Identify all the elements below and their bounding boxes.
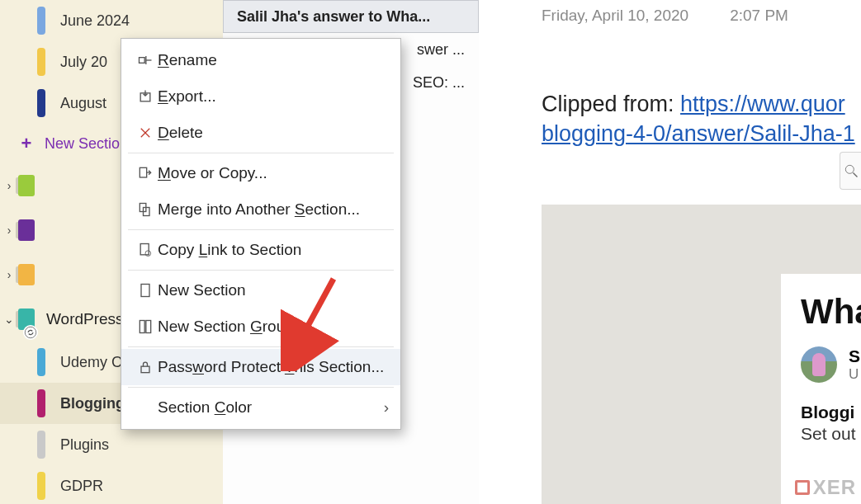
lock-icon [133, 359, 158, 375]
avatar [801, 346, 837, 383]
svg-rect-14 [141, 285, 149, 297]
notebook-icon [18, 175, 35, 196]
author-initial: S [849, 346, 860, 366]
menu-new-section-group[interactable]: New Section Group [121, 309, 400, 345]
menu-separator [128, 270, 394, 271]
page-title: Salil Jha's answer to Wha... [237, 8, 430, 26]
embedded-card: Wha S U Bloggi Set out [542, 205, 861, 504]
notebook-icon [18, 219, 35, 241]
delete-icon [133, 125, 158, 140]
section-color-chip [37, 48, 45, 76]
section-label: July 20 [60, 54, 107, 71]
note-meta: Friday, April 10, 2020 2:07 PM [542, 0, 861, 25]
page-title: SEO: ... [413, 74, 465, 92]
watermark: XER [795, 476, 856, 499]
svg-rect-12 [140, 244, 149, 255]
card-author: S U [801, 346, 861, 383]
section-label: June 2024 [60, 12, 130, 30]
section-color-chip [37, 389, 45, 417]
sync-icon [23, 325, 38, 340]
search-icon [843, 163, 859, 179]
menu-new-section[interactable]: New Section [121, 272, 400, 309]
section-label: August [60, 95, 106, 112]
svg-rect-9 [140, 167, 146, 177]
svg-point-1 [845, 165, 854, 173]
move-icon [133, 165, 158, 181]
menu-section-color[interactable]: Section Color › [121, 389, 400, 426]
search-button[interactable] [840, 152, 861, 190]
svg-point-0 [25, 327, 36, 338]
section-color-chip [37, 472, 45, 500]
page-title: swer ... [417, 41, 465, 59]
card-body: Wha S U Bloggi Set out [781, 274, 861, 504]
menu-delete[interactable]: Delete [121, 115, 400, 151]
notebook-label: WordPress [46, 310, 124, 328]
section-label: Plugins [60, 436, 109, 454]
menu-rename[interactable]: Rename [121, 42, 400, 78]
card-bold-line: Bloggi [801, 403, 861, 422]
section-color-chip [37, 431, 45, 459]
card-title: Wha [801, 292, 861, 332]
svg-rect-17 [141, 366, 149, 373]
new-section-icon [133, 282, 158, 299]
menu-separator [128, 229, 394, 230]
menu-move-copy[interactable]: Move or Copy... [121, 155, 400, 191]
section-color-chip [37, 348, 45, 376]
section-label: GDPR [60, 478, 103, 495]
clipped-label: Clipped from: [542, 92, 680, 116]
note-time: 2:07 PM [730, 7, 788, 25]
section-plugins[interactable]: Plugins [0, 424, 223, 465]
menu-separator [128, 153, 394, 153]
page-item[interactable]: Salil Jha's answer to Wha... [223, 0, 479, 33]
menu-export[interactable]: Export... [121, 78, 400, 115]
notebook-icon [18, 264, 35, 285]
clipped-link[interactable]: blogging-4-0/answer/Salil-Jha-1 [542, 121, 855, 146]
card-text-line: Set out [801, 424, 861, 444]
merge-icon [133, 201, 158, 218]
rename-icon [133, 52, 158, 68]
plus-icon: + [18, 133, 35, 154]
menu-password-protect[interactable]: Password Protect This Section... [121, 349, 400, 385]
menu-separator [128, 346, 394, 347]
menu-merge[interactable]: Merge into Another Section... [121, 191, 400, 228]
author-sub: U [849, 366, 860, 383]
menu-copy-link[interactable]: Copy Link to Section [121, 232, 400, 268]
svg-rect-16 [146, 321, 151, 333]
export-icon [133, 88, 158, 105]
svg-rect-3 [140, 58, 145, 64]
link-icon [133, 242, 158, 258]
svg-line-2 [853, 173, 857, 177]
section-gdpr[interactable]: GDPR [0, 465, 223, 504]
new-section-label: New Sectio [45, 135, 120, 153]
chevron-right-icon: › [384, 398, 389, 417]
section-color-chip [37, 7, 45, 35]
menu-separator [128, 387, 394, 388]
note-date: Friday, April 10, 2020 [542, 7, 688, 25]
section-color-chip [37, 89, 45, 117]
clipped-from: Clipped from: https://www.quor blogging-… [542, 89, 861, 149]
section-june-2024[interactable]: June 2024 [0, 0, 223, 41]
svg-rect-15 [140, 321, 144, 333]
clipped-link[interactable]: https://www.quor [680, 92, 845, 116]
section-group-icon [133, 318, 158, 335]
watermark-icon [795, 480, 810, 495]
section-context-menu: Rename Export... Delete Move or Copy... … [121, 38, 401, 430]
